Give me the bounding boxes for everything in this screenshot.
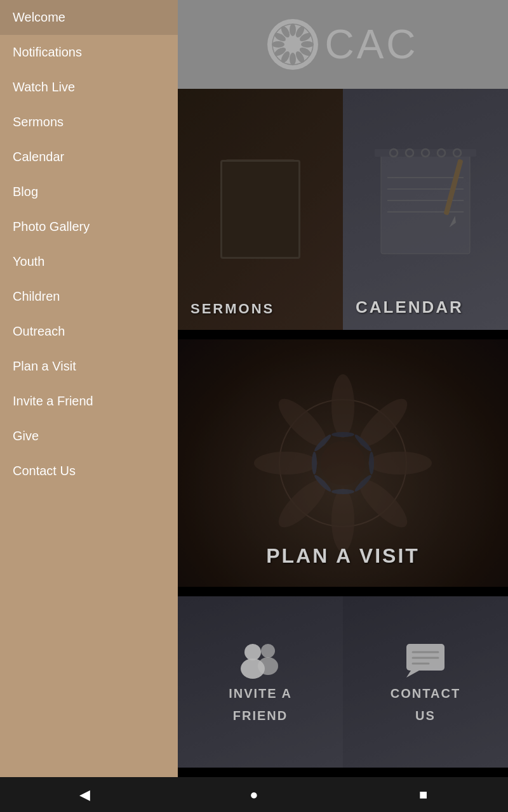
logo-circle-icon	[267, 19, 318, 70]
tile-invite-a-friend[interactable]: INVITE A FRIEND	[178, 596, 343, 768]
sidebar-item-photo-gallery[interactable]: Photo Gallery	[0, 209, 178, 244]
logo-text: CAC	[324, 21, 418, 68]
content-area: CAC SERMONS	[178, 0, 508, 777]
sidebar-item-blog[interactable]: Blog	[0, 174, 178, 209]
invite-icon-area: INVITE A FRIEND	[216, 641, 305, 723]
svg-marker-58	[406, 671, 419, 678]
recents-button[interactable]: ■	[404, 782, 443, 808]
sidebar-item-notifications[interactable]: Notifications	[0, 35, 178, 70]
invite-label-line1: INVITE A	[216, 686, 305, 701]
sidebar-item-sermons[interactable]: Sermons	[0, 105, 178, 140]
main-content: Welcome Notifications Watch Live Sermons…	[0, 0, 508, 777]
sidebar-item-give[interactable]: Give	[0, 419, 178, 454]
sermons-label: SERMONS	[178, 288, 287, 330]
svg-point-53	[241, 658, 265, 679]
svg-point-10	[272, 41, 284, 48]
sidebar: Welcome Notifications Watch Live Sermons…	[0, 0, 178, 777]
sidebar-item-watch-live[interactable]: Watch Live	[0, 70, 178, 105]
sidebar-item-invite-a-friend[interactable]: Invite a Friend	[0, 384, 178, 419]
svg-point-50	[261, 644, 275, 658]
tile-sermons[interactable]: SERMONS	[178, 89, 343, 330]
sidebar-item-children[interactable]: Children	[0, 279, 178, 314]
sidebar-item-outreach[interactable]: Outreach	[0, 314, 178, 349]
invite-label-line2: FRIEND	[220, 709, 300, 723]
tile-calendar[interactable]: CALENDAR	[343, 89, 508, 330]
contact-icon-area: CONTACT US	[378, 641, 473, 723]
home-button[interactable]: ●	[235, 782, 273, 808]
tile-contact-us[interactable]: CONTACT US	[343, 596, 508, 768]
people-icon	[235, 641, 286, 679]
sidebar-item-welcome[interactable]: Welcome	[0, 0, 178, 35]
contact-label-line1: CONTACT	[378, 686, 473, 701]
sidebar-item-plan-a-visit[interactable]: Plan a Visit	[0, 349, 178, 384]
bottom-nav: ◀ ● ■	[0, 777, 508, 812]
svg-point-1	[290, 23, 296, 36]
tile-plan-a-visit[interactable]: PLAN A VISIT	[178, 339, 508, 587]
contact-label-line2: US	[403, 709, 448, 723]
tiles-grid: SERMONS	[178, 89, 508, 777]
back-button[interactable]: ◀	[65, 782, 104, 808]
header-logo: CAC	[267, 19, 418, 70]
message-icon	[403, 641, 448, 679]
plan-label: PLAN A VISIT	[178, 532, 508, 587]
sidebar-item-youth[interactable]: Youth	[0, 244, 178, 279]
logo-wreath-icon	[271, 22, 315, 67]
calendar-label: CALENDAR	[343, 285, 476, 330]
header: CAC	[178, 0, 508, 89]
svg-point-4	[301, 41, 314, 48]
sidebar-item-contact-us[interactable]: Contact Us	[0, 454, 178, 488]
svg-point-7	[290, 53, 296, 65]
sidebar-item-calendar[interactable]: Calendar	[0, 140, 178, 174]
svg-point-52	[244, 644, 261, 660]
